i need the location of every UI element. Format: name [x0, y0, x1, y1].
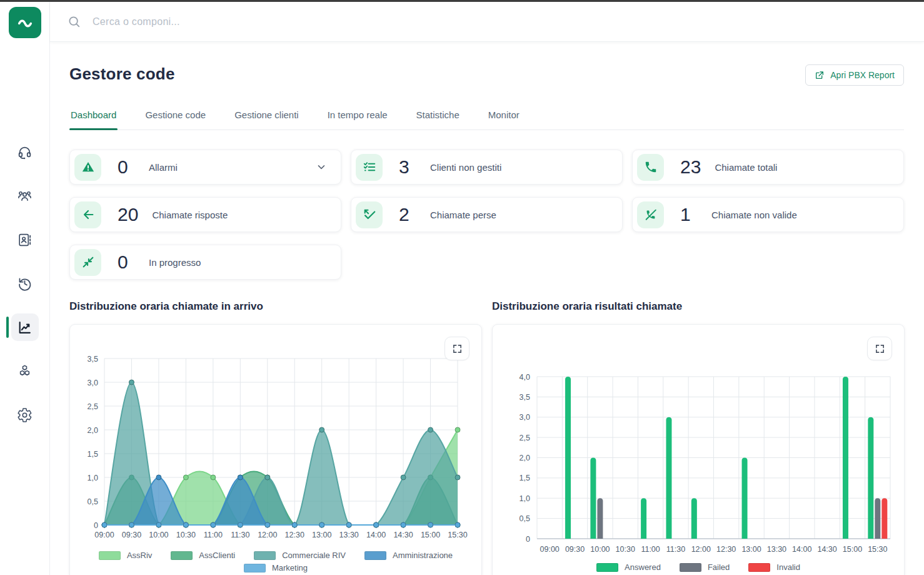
svg-text:11:00: 11:00: [204, 531, 223, 539]
legend-item-commerciale-riv[interactable]: Commerciale RIV: [254, 551, 346, 560]
area-chart-card: 00,51,01,52,02,53,03,509:0009:3010:0010:…: [69, 324, 482, 575]
svg-text:13:30: 13:30: [767, 545, 786, 554]
svg-text:1,5: 1,5: [88, 450, 98, 459]
search-input[interactable]: [93, 16, 468, 28]
legend-item-failed[interactable]: Failed: [680, 562, 730, 572]
sidebar-item-modules[interactable]: [11, 357, 39, 385]
legend-label: Invalid: [776, 562, 800, 572]
legend-label: Commerciale RIV: [282, 551, 346, 560]
svg-text:09:30: 09:30: [565, 545, 585, 554]
sidebar-item-settings[interactable]: [11, 401, 39, 429]
stat-value: 1: [680, 204, 698, 225]
chart-section-arrivals: Distribuzione oraria chiamate in arrivo …: [69, 300, 482, 575]
tab-bar: DashboardGestione codeGestione clientiIn…: [69, 103, 904, 130]
tilde-logo-icon: [16, 13, 34, 32]
svg-text:2,0: 2,0: [88, 426, 98, 435]
history-icon: [17, 276, 33, 292]
svg-text:3,5: 3,5: [520, 393, 530, 402]
svg-text:10:30: 10:30: [176, 531, 196, 539]
stat-card-chiamate-perse: 2Chiamate perse: [351, 197, 623, 232]
fullscreen-button[interactable]: [444, 337, 470, 360]
stat-label: Chiamate risposte: [152, 210, 228, 220]
external-link-icon: [815, 70, 825, 80]
svg-text:1,5: 1,5: [520, 474, 530, 482]
svg-text:3,0: 3,0: [88, 379, 98, 387]
page-title: Gestore code: [69, 64, 175, 84]
legend-item-marketing[interactable]: Marketing: [244, 563, 308, 572]
svg-text:14:30: 14:30: [817, 545, 836, 554]
fullscreen-icon: [452, 343, 463, 354]
stat-label: Chiamate perse: [430, 210, 496, 220]
svg-text:15:00: 15:00: [421, 531, 440, 539]
svg-text:10:30: 10:30: [616, 545, 635, 554]
stat-value: 0: [118, 156, 135, 178]
stat-label: Chiamate totali: [715, 162, 777, 173]
svg-text:12:30: 12:30: [716, 545, 736, 554]
agents-icon: [17, 188, 33, 204]
stat-value: 3: [399, 156, 416, 178]
stat-card-chiamate-non-valide: 1Chiamate non valide: [632, 197, 904, 232]
svg-text:0: 0: [94, 521, 98, 530]
fullscreen-button[interactable]: [867, 337, 892, 360]
chart-title-results: Distribuzione oraria risultati chiamate: [492, 300, 905, 313]
headset-icon: [17, 145, 33, 160]
app-logo[interactable]: [9, 7, 41, 38]
tab-dashboard[interactable]: Dashboard: [69, 103, 118, 130]
settings-icon: [17, 407, 33, 423]
bar-chart[interactable]: 00,51,01,52,02,53,03,54,009:0009:3010:00…: [493, 325, 905, 557]
legend-item-amministrazione[interactable]: Amministrazione: [364, 551, 453, 560]
chevron-down-icon[interactable]: [316, 161, 327, 173]
legend-swatch: [244, 564, 266, 572]
sidebar-item-history[interactable]: [11, 270, 39, 297]
legend-item-assriv[interactable]: AssRiv: [99, 551, 152, 560]
stat-card-allarmi: 0Allarmi: [69, 150, 341, 185]
legend-swatch: [364, 551, 386, 560]
checklist-icon: [356, 154, 383, 181]
legend-label: Failed: [708, 562, 730, 572]
sidebar-item-agents[interactable]: [11, 182, 39, 210]
legend-item-assclienti[interactable]: AssClienti: [171, 551, 235, 560]
svg-text:12:00: 12:00: [691, 545, 711, 554]
sidebar-item-headset[interactable]: [11, 138, 39, 166]
bar-chart-card: 00,51,01,52,02,53,03,54,009:0009:3010:00…: [492, 324, 905, 575]
arrows-in-icon: [74, 249, 101, 276]
legend-label: Answered: [625, 562, 661, 572]
svg-text:13:30: 13:30: [339, 531, 359, 539]
svg-text:14:30: 14:30: [393, 531, 413, 539]
legend-swatch: [171, 551, 193, 560]
chart-title-arrivals: Distribuzione oraria chiamate in arrivo: [69, 300, 482, 313]
legend-item-invalid[interactable]: Invalid: [748, 562, 800, 572]
svg-text:12:30: 12:30: [285, 531, 304, 539]
tab-in-tempo-reale[interactable]: In tempo reale: [326, 103, 389, 130]
svg-text:13:00: 13:00: [312, 531, 331, 539]
svg-text:14:00: 14:00: [792, 545, 811, 554]
sidebar-item-contacts[interactable]: [11, 226, 39, 253]
open-pbx-report-button[interactable]: Apri PBX Report: [805, 64, 904, 86]
tab-statistiche[interactable]: Statistiche: [415, 103, 461, 130]
svg-text:15:00: 15:00: [843, 545, 862, 554]
stat-card-chiamate-risposte: 20Chiamate risposte: [69, 197, 341, 232]
area-chart[interactable]: 00,51,01,52,02,53,03,509:0009:3010:0010:…: [70, 325, 483, 546]
legend-swatch: [680, 563, 701, 572]
svg-text:2,5: 2,5: [88, 402, 98, 411]
svg-text:09:30: 09:30: [122, 531, 141, 539]
svg-text:0,5: 0,5: [88, 497, 98, 506]
stat-label: Allarmi: [149, 162, 178, 173]
stat-card-chiamate-totali: 23Chiamate totali: [632, 150, 904, 185]
sidebar: [0, 2, 50, 575]
modules-icon: [17, 364, 33, 379]
svg-text:09:00: 09:00: [94, 531, 114, 539]
legend-swatch: [596, 563, 618, 572]
stat-label: Clienti non gestiti: [430, 162, 501, 173]
svg-text:11:30: 11:30: [231, 531, 249, 539]
svg-text:10:00: 10:00: [590, 545, 610, 554]
svg-text:1,0: 1,0: [520, 494, 530, 503]
alert-triangle-icon: [74, 154, 101, 181]
legend-label: Marketing: [272, 563, 308, 572]
contacts-icon: [17, 232, 33, 248]
legend-item-answered[interactable]: Answered: [596, 562, 661, 572]
tab-gestione-code[interactable]: Gestione code: [144, 103, 207, 130]
tab-monitor[interactable]: Monitor: [487, 103, 521, 130]
sidebar-item-statistics[interactable]: [11, 313, 39, 341]
tab-gestione-clienti[interactable]: Gestione clienti: [233, 103, 300, 130]
